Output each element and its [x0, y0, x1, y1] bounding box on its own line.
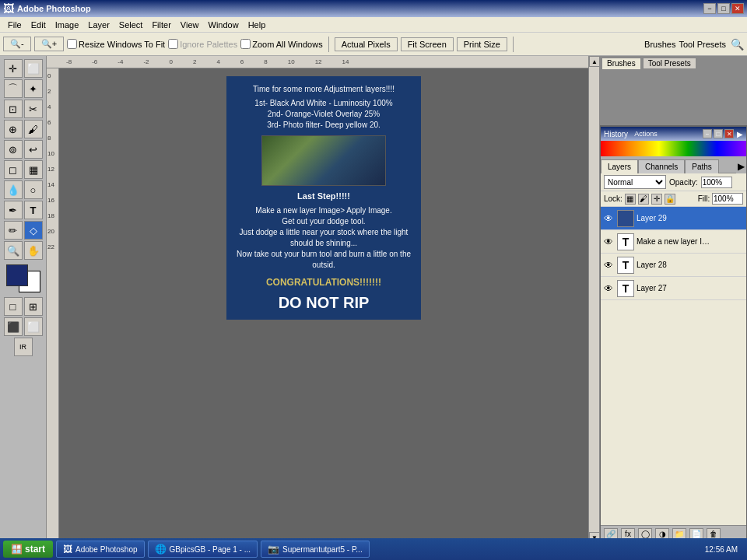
shape-tool[interactable]: ◇	[24, 221, 43, 240]
fit-screen-btn[interactable]: Fit Screen	[401, 37, 454, 51]
layers-tab-paths[interactable]: Paths	[685, 159, 719, 173]
standard-mode[interactable]: □	[4, 297, 23, 316]
imageready-btn[interactable]: IR	[14, 338, 33, 356]
taskbar-superman[interactable]: 📷 Supermantutpart5 - P...	[261, 541, 370, 558]
canvas-area[interactable]: -8 -6 -4 -2 0 2 4 6 8 10 12 14 0 2 4 6 8…	[47, 56, 588, 543]
search-icon[interactable]: 🔍	[731, 38, 744, 51]
menu-edit[interactable]: Edit	[26, 19, 51, 31]
color-swatches[interactable]	[6, 264, 40, 292]
clone-tool[interactable]: ⊚	[4, 140, 23, 159]
layers-tab-layers[interactable]: Layers	[601, 159, 638, 173]
crop-tool[interactable]: ⊡	[4, 100, 23, 118]
layers-panel-close[interactable]: ✕	[724, 129, 734, 138]
lasso-tool[interactable]: ⌒	[4, 79, 23, 98]
layers-panel-min[interactable]: −	[703, 129, 712, 138]
dodge-tool[interactable]: ○	[24, 180, 43, 199]
tool-presets-tab[interactable]: Tool Presets	[643, 58, 696, 69]
layers-panel-max[interactable]: □	[714, 129, 723, 138]
screen-modes[interactable]: ⬛	[4, 317, 23, 336]
fill-label: Fill:	[698, 194, 710, 203]
superman-label: Supermantutpart5 - P...	[282, 545, 363, 554]
layer-item-layer28[interactable]: 👁 T Layer 28	[601, 254, 746, 277]
actual-pixels-btn[interactable]: Actual Pixels	[335, 37, 398, 51]
layers-panel-expand[interactable]: ▶	[737, 130, 743, 138]
tool-presets-label: Tool Presets	[679, 40, 726, 49]
blur-tool[interactable]: 💧	[4, 180, 23, 199]
menu-view[interactable]: View	[176, 19, 204, 31]
maximize-button[interactable]: □	[717, 3, 730, 14]
path-tool[interactable]: ✒	[4, 201, 23, 219]
layer-item-layer29[interactable]: 👁 Layer 29	[601, 207, 746, 230]
layer-name-layer28: Layer 28	[637, 261, 667, 269]
heal-tool[interactable]: ⊕	[4, 120, 23, 138]
layer-eye-layer28[interactable]: 👁	[602, 259, 615, 271]
menu-image[interactable]: Image	[51, 19, 84, 31]
move-tool[interactable]: ✛	[4, 59, 23, 78]
quick-mask[interactable]: ⊞	[24, 297, 43, 316]
pen-tool[interactable]: ✏	[4, 221, 23, 240]
layer-name-text1: Make a new layer Image> ...	[637, 237, 714, 246]
start-button[interactable]: 🪟 start	[3, 541, 53, 558]
menu-file[interactable]: File	[3, 19, 26, 31]
zoom-all-checkbox[interactable]: Zoom All Windows	[240, 39, 322, 49]
doc-text-3: 2nd- Orange-Violet Overlay 25%	[234, 109, 413, 120]
lock-position[interactable]: ✛	[651, 194, 662, 205]
layer-item-text1[interactable]: 👁 T Make a new layer Image> ...	[601, 230, 746, 254]
layer-eye-layer29[interactable]: 👁	[602, 212, 615, 225]
app-icon: 🖼	[3, 2, 14, 15]
marquee-tool[interactable]: ⬜	[24, 59, 43, 78]
opacity-label: Opacity:	[669, 178, 698, 187]
foreground-color-swatch[interactable]	[6, 264, 28, 286]
slice-tool[interactable]: ✂	[24, 100, 43, 118]
lock-pixels[interactable]: 🖌	[638, 194, 649, 205]
magic-wand-tool[interactable]: ✦	[24, 79, 43, 98]
actions-label[interactable]: Actions	[634, 130, 658, 138]
doc-text-4: 3rd- Photo filter- Deep yellow 20.	[234, 120, 413, 131]
zoom-in-btn[interactable]: 🔍+	[34, 37, 64, 51]
blend-mode-select[interactable]: Normal	[604, 175, 666, 189]
history-brush-tool[interactable]: ↩	[24, 140, 43, 159]
scroll-up-arrow[interactable]: ▲	[589, 56, 600, 67]
photoshop-icon: 🖼	[63, 544, 72, 555]
doc-text-5: Last Step!!!!!	[234, 191, 413, 202]
zoom-out-btn[interactable]: 🔍-	[3, 37, 31, 51]
opacity-input[interactable]	[701, 177, 732, 188]
doc-text-9: Now take out your burn tool and burn a l…	[234, 249, 413, 271]
menu-window[interactable]: Window	[204, 19, 244, 31]
brushes-tab[interactable]: Brushes	[601, 58, 641, 69]
lock-transparency[interactable]: ▦	[625, 194, 636, 205]
gradient-tool[interactable]: ▦	[24, 160, 43, 179]
fill-area: Fill:	[698, 193, 743, 205]
menu-select[interactable]: Select	[114, 19, 148, 31]
screen-modes2[interactable]: ⬜	[24, 317, 43, 336]
layer-name-layer27: Layer 27	[637, 284, 667, 292]
zoom-tool[interactable]: 🔍	[4, 241, 23, 260]
minimize-button[interactable]: −	[703, 3, 716, 14]
menubar: File Edit Image Layer Select Filter View…	[0, 17, 747, 33]
text-tool[interactable]: T	[24, 201, 43, 219]
fill-input[interactable]	[712, 193, 743, 205]
layer-thumb-layer28: T	[617, 257, 634, 274]
resize-windows-checkbox[interactable]: Resize Windows To Fit	[67, 39, 165, 49]
lock-all[interactable]: 🔒	[665, 194, 675, 205]
layer-eye-layer27[interactable]: 👁	[602, 282, 615, 295]
ignore-palettes-checkbox[interactable]: Ignore Palettes	[168, 39, 237, 49]
layers-menu-btn[interactable]: ▶	[736, 159, 746, 173]
layers-tabs: Layers Channels Paths ▶	[601, 156, 746, 173]
right-scrollbar[interactable]: ▲ ▼	[588, 56, 599, 543]
menu-help[interactable]: Help	[244, 19, 271, 31]
close-button[interactable]: ✕	[731, 3, 744, 14]
superman-icon: 📷	[268, 544, 279, 555]
print-size-btn[interactable]: Print Size	[457, 37, 507, 51]
eraser-tool[interactable]: ◻	[4, 160, 23, 179]
taskbar-gbpics[interactable]: 🌐 GBpicsGB - Page 1 - ...	[148, 541, 258, 558]
layers-tab-channels[interactable]: Channels	[638, 159, 685, 173]
taskbar-photoshop[interactable]: 🖼 Adobe Photoshop	[56, 541, 145, 558]
brush-tool[interactable]: 🖌	[24, 120, 43, 138]
menu-layer[interactable]: Layer	[83, 19, 114, 31]
layer-name-layer29: Layer 29	[637, 214, 667, 222]
hand-tool[interactable]: ✋	[24, 241, 43, 260]
menu-filter[interactable]: Filter	[147, 19, 175, 31]
layer-item-layer27[interactable]: 👁 T Layer 27	[601, 277, 746, 300]
layer-eye-text1[interactable]: 👁	[602, 236, 615, 248]
